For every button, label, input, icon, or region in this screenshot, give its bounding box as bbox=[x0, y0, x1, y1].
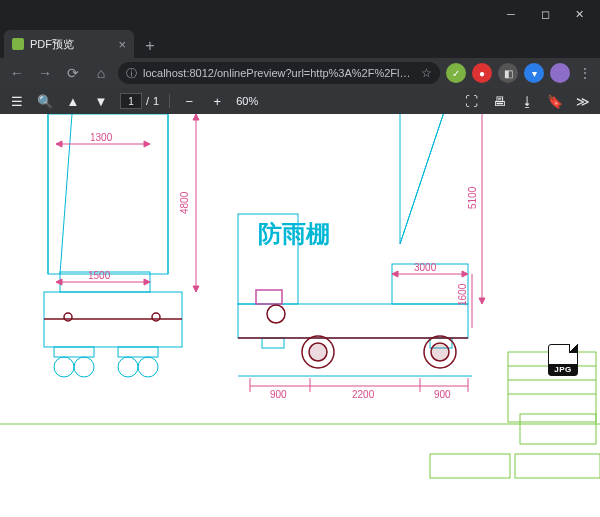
reload-button[interactable]: ⟳ bbox=[62, 62, 84, 84]
svg-point-36 bbox=[267, 305, 285, 323]
svg-marker-45 bbox=[193, 286, 199, 292]
site-info-icon[interactable]: ⓘ bbox=[126, 66, 137, 81]
svg-rect-26 bbox=[430, 454, 510, 478]
cad-drawing: 1300 1500 4800 5100 3000 1600 900 2200 9… bbox=[0, 114, 600, 517]
tab-pdf-preview[interactable]: PDF预览 × bbox=[4, 30, 134, 58]
svg-point-10 bbox=[118, 357, 138, 377]
svg-point-7 bbox=[54, 357, 74, 377]
svg-rect-14 bbox=[238, 304, 468, 338]
pdf-zoom-in[interactable]: + bbox=[208, 92, 226, 110]
profile-avatar[interactable] bbox=[550, 63, 570, 83]
svg-rect-24 bbox=[520, 414, 596, 444]
pdf-bookmark-button[interactable]: 🔖 bbox=[546, 92, 564, 110]
home-button[interactable]: ⌂ bbox=[90, 62, 112, 84]
svg-rect-6 bbox=[54, 347, 94, 357]
dim-bottom-b: 2200 bbox=[352, 389, 375, 400]
extension-icon-1[interactable]: ✓ bbox=[446, 63, 466, 83]
svg-marker-50 bbox=[392, 271, 398, 277]
dim-left-vertical: 4800 bbox=[179, 191, 190, 214]
address-bar[interactable]: ⓘ localhost:8012/onlinePreview?url=http%… bbox=[118, 62, 440, 84]
window-close-button[interactable]: ✕ bbox=[562, 3, 596, 25]
dim-bottom-a: 900 bbox=[270, 389, 287, 400]
svg-marker-48 bbox=[479, 298, 485, 304]
pdf-page-input[interactable] bbox=[120, 93, 142, 109]
svg-point-33 bbox=[64, 313, 72, 321]
file-fold-icon bbox=[569, 344, 578, 353]
dim-mid-left: 1500 bbox=[88, 270, 111, 281]
dim-upper-deck: 3000 bbox=[414, 262, 437, 273]
pdf-toolbar: ☰ 🔍 ▲ ▼ / 1 − + 60% ⛶ 🖶 ⭳ 🔖 ≫ bbox=[0, 88, 600, 114]
tab-strip: PDF预览 × + bbox=[0, 28, 600, 58]
svg-rect-9 bbox=[118, 347, 158, 357]
svg-point-34 bbox=[152, 313, 160, 321]
svg-marker-42 bbox=[144, 279, 150, 285]
pdf-next-page[interactable]: ▼ bbox=[92, 92, 110, 110]
pdf-download-button[interactable]: ⭳ bbox=[518, 92, 536, 110]
url-text: localhost:8012/onlinePreview?url=http%3A… bbox=[143, 66, 415, 81]
extension-icon-2[interactable]: ● bbox=[472, 63, 492, 83]
export-jpg-label: JPG bbox=[549, 364, 577, 375]
svg-marker-39 bbox=[144, 141, 150, 147]
tab-close-button[interactable]: × bbox=[118, 38, 126, 51]
svg-point-30 bbox=[431, 343, 449, 361]
dim-top-left: 1300 bbox=[90, 132, 113, 143]
svg-rect-35 bbox=[256, 290, 282, 304]
window-minimize-button[interactable]: ─ bbox=[494, 3, 528, 25]
toolbar-divider bbox=[169, 94, 170, 108]
browser-menu-button[interactable]: ⋮ bbox=[576, 65, 594, 81]
pdf-search-button[interactable]: 🔍 bbox=[36, 92, 54, 110]
extension-icon-4[interactable]: ▾ bbox=[524, 63, 544, 83]
pdf-viewport[interactable]: 1300 1500 4800 5100 3000 1600 900 2200 9… bbox=[0, 114, 600, 517]
pdf-print-button[interactable]: 🖶 bbox=[490, 92, 508, 110]
svg-rect-25 bbox=[515, 454, 600, 478]
svg-rect-16 bbox=[262, 338, 284, 348]
tab-label: PDF预览 bbox=[30, 37, 74, 52]
pdf-page-total: 1 bbox=[153, 95, 159, 107]
export-jpg-button[interactable]: JPG bbox=[548, 344, 578, 376]
forward-button[interactable]: → bbox=[34, 62, 56, 84]
tab-favicon bbox=[12, 38, 24, 50]
svg-line-12 bbox=[400, 114, 450, 244]
pdf-page-sep: / bbox=[146, 95, 149, 107]
dim-mid-vertical: 1600 bbox=[457, 283, 468, 306]
svg-marker-41 bbox=[56, 279, 62, 285]
svg-point-28 bbox=[309, 343, 327, 361]
pdf-prev-page[interactable]: ▲ bbox=[64, 92, 82, 110]
new-tab-button[interactable]: + bbox=[138, 34, 162, 58]
drawing-main-label: 防雨棚 bbox=[258, 220, 330, 247]
svg-line-5 bbox=[60, 114, 72, 274]
pdf-presentation-button[interactable]: ⛶ bbox=[462, 92, 480, 110]
pdf-tools-menu[interactable]: ≫ bbox=[574, 92, 592, 110]
extension-icon-3[interactable]: ◧ bbox=[498, 63, 518, 83]
pdf-sidebar-toggle[interactable]: ☰ bbox=[8, 92, 26, 110]
toolbar: ← → ⟳ ⌂ ⓘ localhost:8012/onlinePreview?u… bbox=[0, 58, 600, 88]
bookmark-star-icon[interactable]: ☆ bbox=[421, 66, 432, 80]
svg-point-8 bbox=[74, 357, 94, 377]
svg-marker-38 bbox=[56, 141, 62, 147]
svg-point-11 bbox=[138, 357, 158, 377]
dim-bottom-c: 900 bbox=[434, 389, 451, 400]
pdf-zoom-out[interactable]: − bbox=[180, 92, 198, 110]
window-maximize-button[interactable]: ◻ bbox=[528, 3, 562, 25]
svg-marker-44 bbox=[193, 114, 199, 120]
dim-right-vertical: 5100 bbox=[467, 186, 478, 209]
pdf-zoom-level: 60% bbox=[236, 95, 258, 107]
svg-marker-51 bbox=[462, 271, 468, 277]
window-titlebar: ─ ◻ ✕ bbox=[0, 0, 600, 28]
back-button[interactable]: ← bbox=[6, 62, 28, 84]
pdf-page-indicator: / 1 bbox=[120, 93, 159, 109]
